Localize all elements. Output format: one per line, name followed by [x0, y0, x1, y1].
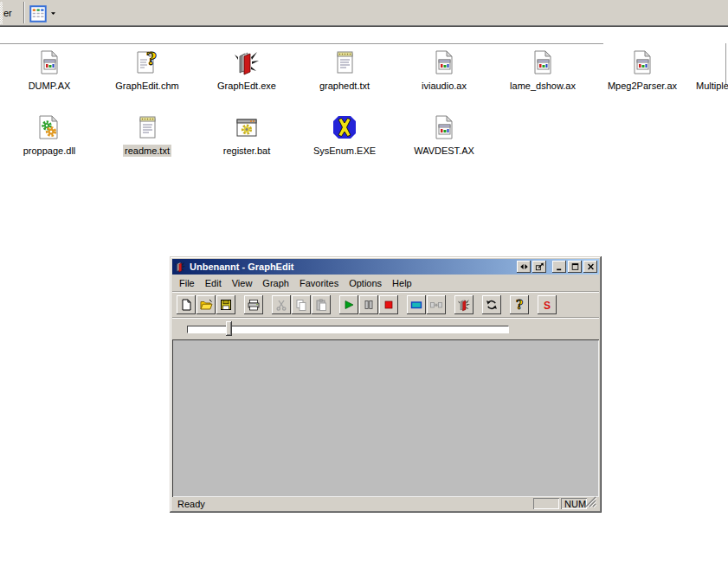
horizontal-arrows-button[interactable] — [517, 261, 531, 273]
copy-button[interactable] — [292, 295, 311, 314]
printer-icon — [247, 298, 261, 312]
menu-item-favorites[interactable]: Favorites — [294, 276, 344, 290]
menu-item-edit[interactable]: Edit — [200, 276, 227, 290]
close-button[interactable] — [583, 261, 597, 273]
file-item-DUMP.AX[interactable]: DUMP.AX — [10, 48, 88, 92]
letter-s-icon: S — [540, 298, 554, 312]
toolbar-group — [177, 295, 236, 314]
window-title: Unbenannt - GraphEdit — [190, 262, 293, 272]
cut-button[interactable] — [272, 295, 291, 314]
file-label: iviaudio.ax — [420, 80, 468, 92]
notepad-text-file-icon — [133, 113, 161, 141]
file-label: register.bat — [222, 145, 272, 157]
file-item-GraphEdit.chm[interactable]: ?GraphEdit.chm — [108, 48, 186, 92]
pause-button[interactable] — [359, 295, 378, 314]
copy-pages-icon — [294, 298, 308, 312]
ax-file-icon — [529, 48, 557, 76]
ax-file-icon — [628, 48, 656, 76]
scissors-icon — [274, 298, 288, 312]
file-item-lame_dshow.ax[interactable]: lame_dshow.ax — [504, 48, 582, 92]
file-item-Mpeg2Parser.ax[interactable]: Mpeg2Parser.ax — [603, 48, 681, 92]
desktop-explorer-view: er DUMP.AX?GraphEdit.chmGraphEdt.exegrap… — [0, 0, 728, 575]
open-button[interactable] — [196, 295, 216, 314]
file-item-graphedt.txt[interactable]: graphedt.txt — [306, 48, 383, 92]
new-button[interactable] — [177, 295, 196, 314]
maximize-button[interactable] — [568, 261, 582, 273]
toolbar-group — [454, 295, 474, 314]
notepad-text-file-icon — [331, 48, 358, 76]
file-label: SysEnum.EXE — [312, 145, 377, 157]
file-label: DUMP.AX — [27, 80, 73, 92]
toolbar-group: ? — [510, 295, 530, 314]
save-button[interactable] — [216, 295, 235, 314]
graphedit-app-icon — [233, 48, 261, 76]
insert-filter-button[interactable] — [407, 295, 426, 314]
menu-item-view[interactable]: View — [227, 276, 258, 290]
paste-button[interactable] — [312, 295, 331, 314]
graphedit-statusbar: Ready NUM — [172, 497, 599, 510]
file-item-GraphEdt.exe[interactable]: GraphEdt.exe — [208, 48, 286, 92]
file-item-readme.txt[interactable]: readme.txt — [108, 113, 186, 157]
batch-file-icon — [233, 113, 261, 141]
status-cell-num: NUM — [561, 498, 587, 509]
ax-file-icon — [430, 113, 458, 141]
file-item-proppage.dll[interactable]: proppage.dll — [10, 113, 88, 157]
file-item-WAVDEST.AX[interactable]: WAVDEST.AX — [405, 113, 483, 157]
toolbar-group — [244, 295, 264, 314]
file-label: WAVDEST.AX — [412, 145, 476, 157]
send-to-button[interactable] — [532, 261, 546, 273]
file-label: readme.txt — [123, 145, 171, 157]
menu-item-graph[interactable]: Graph — [257, 276, 294, 290]
play-button[interactable] — [339, 295, 358, 314]
seek-slider-track[interactable] — [187, 326, 509, 333]
toolbar-group — [339, 295, 399, 314]
graphedit-logo-icon — [174, 261, 186, 273]
graphedit-toolbar: ?S — [172, 291, 599, 317]
menu-item-file[interactable]: File — [174, 276, 200, 290]
print-button[interactable] — [244, 295, 263, 314]
resize-grip[interactable] — [585, 496, 596, 507]
file-label: GraphEdit.chm — [113, 80, 180, 92]
seek-slider-thumb[interactable] — [226, 321, 232, 336]
refresh-button[interactable] — [482, 295, 501, 314]
repaint-artifact-line-horizontal — [0, 43, 603, 44]
file-row-1: DUMP.AX?GraphEdit.chmGraphEdt.exegraphed… — [0, 48, 728, 104]
file-label: Multiple_ — [694, 80, 728, 92]
file-item-iviaudio.ax[interactable]: iviaudio.ax — [405, 48, 483, 92]
stop-button[interactable] — [379, 295, 398, 314]
menu-item-options[interactable]: Options — [344, 276, 387, 290]
pause-bars-icon — [362, 298, 376, 312]
file-item-SysEnum.EXE[interactable]: SysEnum.EXE — [306, 113, 383, 157]
views-button[interactable] — [29, 3, 56, 24]
sysenum-app-icon — [331, 113, 358, 141]
toolbar-group — [407, 295, 447, 314]
menu-item-help[interactable]: Help — [387, 276, 417, 290]
file-label: proppage.dll — [22, 145, 78, 157]
status-cells: NUM — [533, 498, 587, 509]
file-item-Multiple_[interactable]: Multiple_ — [676, 48, 728, 92]
open-folder-icon — [199, 298, 213, 312]
filter-box-icon — [409, 298, 423, 312]
graphedit-logo-icon — [457, 298, 471, 312]
file-label: graphedt.txt — [318, 80, 371, 92]
disconnect-button[interactable] — [427, 295, 446, 314]
views-grid-icon — [29, 5, 47, 23]
graph-canvas[interactable] — [172, 339, 599, 497]
filter-graph-button[interactable] — [454, 295, 474, 314]
file-row-2: proppage.dllreadme.txtregister.batSysEnu… — [0, 113, 728, 169]
stats-button[interactable]: S — [538, 295, 557, 314]
graphedit-titlebar[interactable]: Unbenannt - GraphEdit — [172, 259, 599, 275]
svg-text:?: ? — [146, 48, 157, 69]
help-button[interactable]: ? — [510, 295, 529, 314]
minimize-button[interactable] — [552, 261, 566, 273]
seek-slider-band — [172, 317, 599, 340]
svg-text:S: S — [544, 300, 551, 312]
titlebar-buttons — [515, 261, 599, 273]
partial-toolbar-button[interactable]: er — [3, 8, 12, 18]
play-triangle-icon — [342, 298, 356, 312]
no-icon — [701, 48, 728, 76]
refresh-arrows-icon — [485, 298, 499, 312]
ax-file-icon — [35, 48, 63, 76]
toolbar-separator — [23, 2, 25, 23]
file-item-register.bat[interactable]: register.bat — [208, 113, 286, 157]
